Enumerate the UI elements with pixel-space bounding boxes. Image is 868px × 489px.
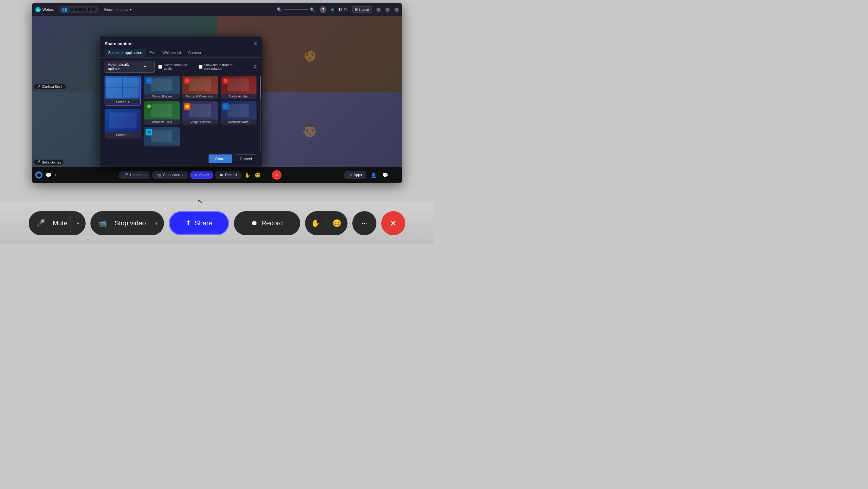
- dialog-content: Screen 1 Screen 2 🔵 Micros: [100, 76, 262, 152]
- acrobat-icon-badge: 🔴: [222, 78, 229, 84]
- settings-icon-button[interactable]: ⚙: [253, 64, 257, 69]
- webex-toolbar-logo: ⬤: [35, 171, 42, 179]
- hand-raise-large-button[interactable]: ✋: [305, 211, 326, 235]
- dialog-footer: Share Cancel: [100, 152, 262, 166]
- meeting-info-tab[interactable]: 👥 Meeting info: [59, 6, 98, 13]
- large-bottom-toolbar: 🎤 Mute ▾ 📹 Stop video ▾ ⬆ Share ⏺ Record…: [0, 202, 434, 244]
- toolbar-right: ⊞ Apps 👤 💬 ···: [344, 171, 399, 179]
- mute-label: Mute: [53, 219, 70, 227]
- chat-button[interactable]: 💬: [44, 171, 53, 179]
- large-record-button[interactable]: ⏺ Record: [234, 211, 300, 235]
- tab-whiteboard[interactable]: Whiteboard: [159, 49, 184, 57]
- word-preview: 🔵: [221, 102, 256, 119]
- toolbar-left: ⬤ 💬 ▾: [35, 171, 56, 179]
- large-share-label: Share: [195, 219, 213, 227]
- record-button[interactable]: ⏺ Record: [215, 171, 241, 179]
- screen-1-tile[interactable]: Screen 1: [104, 76, 141, 106]
- end-call-button[interactable]: ✕: [272, 170, 281, 180]
- ppt-preview: 🔴: [182, 76, 218, 94]
- help-icon[interactable]: ?: [320, 6, 327, 13]
- app-tile-edge[interactable]: 🔵 Microsoft Edge: [144, 76, 180, 99]
- dialog-header: Share content ✕: [100, 36, 262, 47]
- search-icon[interactable]: 🔍: [277, 7, 282, 12]
- edge-icon-badge: 🔵: [146, 78, 152, 84]
- tab-camera[interactable]: Camera: [184, 49, 205, 57]
- record-icon-large: ⏺: [251, 219, 258, 227]
- acrobat-label: Adobe Acrobat: [221, 94, 256, 99]
- hand-emoji-group: ✋ 😊: [305, 211, 347, 235]
- stop-video-button[interactable]: 📹 Stop video ▾: [152, 171, 188, 179]
- share-audio-input[interactable]: [158, 65, 162, 69]
- chat-arrow: ▾: [55, 173, 56, 177]
- acrobat-preview: 🔴: [221, 76, 256, 94]
- excel-label: Microsoft Excel: [144, 119, 180, 124]
- show-me-checkbox[interactable]: Show me in front of presentation: [198, 63, 250, 70]
- participant-name-bl: 🎤 Sofia Gomez: [34, 160, 64, 165]
- share-button[interactable]: ⬆ Share: [190, 171, 213, 179]
- emoji-large-button[interactable]: 😊: [327, 211, 347, 235]
- mute-arrow[interactable]: ▾: [70, 211, 86, 235]
- more-options-button[interactable]: ···: [264, 171, 270, 179]
- apps-row-1: 🔵 Microsoft Edge 🔴 Microsoft PowerPoint: [144, 76, 257, 99]
- hand-raise-button[interactable]: ✋: [243, 171, 252, 179]
- share-confirm-button[interactable]: Share: [209, 154, 232, 163]
- more-right-button[interactable]: ···: [393, 171, 399, 179]
- cancel-button[interactable]: Cancel: [235, 154, 257, 163]
- word-icon-badge: 🔵: [222, 103, 229, 110]
- excel-preview: 🟢: [144, 102, 180, 119]
- large-share-button[interactable]: ⬆ Share: [169, 211, 229, 235]
- screens-column: Screen 1 Screen 2: [104, 76, 141, 147]
- tab-screen-or-application[interactable]: Screen or application: [104, 49, 146, 57]
- show-me-input[interactable]: [198, 65, 203, 69]
- minimize-button[interactable]: [376, 7, 381, 12]
- screen-2-preview: [105, 109, 140, 132]
- screen-2-tile[interactable]: Screen 2: [104, 109, 141, 139]
- large-record-label: Record: [261, 219, 283, 227]
- apps-column: 🔵 Microsoft Edge 🔴 Microsoft PowerPoint: [144, 76, 257, 147]
- toolbar-center: 🎤 Unmute ▾ 📹 Stop video ▾ ⬆ Share ⏺ Reco…: [119, 170, 281, 180]
- maximize-button[interactable]: [385, 7, 390, 12]
- app-tile-excel[interactable]: 🟢 Microsoft Excel: [144, 102, 180, 124]
- dialog-title: Share content: [104, 41, 133, 46]
- participants-button[interactable]: 👤: [370, 171, 378, 179]
- chrome-icon-badge: 🟡: [184, 103, 190, 110]
- unmute-button[interactable]: 🎤 Unmute ▾: [119, 171, 150, 179]
- screen-1-preview: [105, 76, 140, 99]
- stop-video-arrow[interactable]: ▾: [149, 211, 164, 235]
- title-bar: W Webex 👥 Meeting info Show menu bar ▾ 🔍…: [32, 3, 402, 16]
- app-tile-ppt[interactable]: 🔴 Microsoft PowerPoint: [182, 76, 218, 99]
- large-end-call-button[interactable]: ✕: [381, 211, 405, 235]
- emoji-button[interactable]: 😊: [253, 171, 262, 179]
- mic-icon-tl: 🎤: [36, 85, 41, 89]
- screen-2-label: Screen 2: [105, 132, 140, 138]
- ppt-icon-badge: 🔴: [184, 78, 190, 84]
- edge-preview: 🔵: [144, 76, 180, 94]
- more-icon-large: ···: [362, 219, 367, 227]
- apps-button[interactable]: ⊞ Apps: [344, 171, 366, 179]
- webex-label: Webex: [42, 7, 54, 12]
- dialog-scrollbar[interactable]: [260, 76, 261, 152]
- app-tile-webex[interactable]: 🔵: [144, 127, 180, 147]
- app-tile-chrome[interactable]: 🟡 Google Chrome: [182, 102, 218, 124]
- show-menu-bar[interactable]: Show menu bar ▾: [103, 7, 132, 12]
- meeting-info-icon: 👥: [61, 7, 67, 12]
- share-audio-checkbox[interactable]: Share computer audio: [158, 63, 195, 70]
- chat-side-button[interactable]: 💬: [381, 171, 390, 179]
- app-tile-word[interactable]: 🔵 Microsoft Word: [221, 102, 256, 124]
- end-call-icon: ✕: [390, 219, 397, 228]
- tab-file[interactable]: File: [146, 49, 159, 57]
- mic-icon-bl: 🎤: [36, 160, 41, 164]
- search-icon-right: 🔍: [310, 7, 315, 12]
- large-more-button[interactable]: ···: [352, 211, 376, 235]
- stop-video-combined-button[interactable]: 📹 Stop video ▾: [90, 211, 164, 235]
- ppt-label: Microsoft PowerPoint: [182, 94, 218, 99]
- pointer-line: [210, 180, 210, 213]
- close-button[interactable]: [395, 7, 399, 12]
- optimize-select[interactable]: Automatically optimize ▾: [104, 61, 155, 73]
- dialog-close-button[interactable]: ✕: [253, 41, 257, 47]
- layout-button[interactable]: ⊞ Layout: [352, 6, 372, 13]
- mute-combined-button[interactable]: 🎤 Mute ▾: [29, 211, 86, 235]
- webex-logo: W Webex: [35, 7, 54, 12]
- share-dialog: Share content ✕ Screen or application Fi…: [99, 36, 262, 166]
- app-tile-acrobat[interactable]: 🔴 Adobe Acrobat: [221, 76, 256, 99]
